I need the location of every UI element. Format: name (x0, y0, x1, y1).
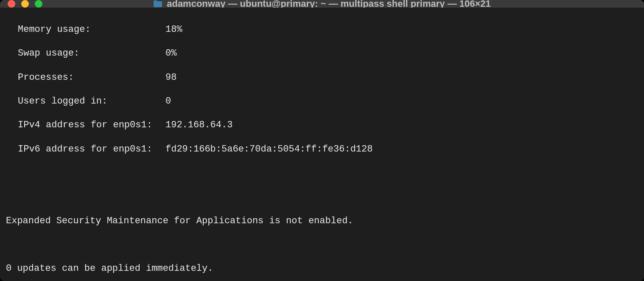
blank-line (6, 167, 638, 179)
stat-ipv4: IPv4 address for enp0s1:192.168.64.3 (6, 119, 638, 131)
folder-icon (153, 0, 162, 8)
titlebar: adamconway — ubuntu@primary: ~ — multipa… (0, 0, 644, 8)
fullscreen-button[interactable] (35, 0, 42, 8)
minimize-button[interactable] (21, 0, 29, 8)
msg-updates-immediate: 0 updates can be applied immediately. (6, 263, 638, 275)
close-button[interactable] (8, 0, 15, 8)
terminal-output[interactable]: Memory usage:18% Swap usage:0% Processes… (0, 8, 644, 281)
blank-line (6, 239, 638, 251)
blank-line (6, 191, 638, 203)
msg-esm-not-enabled: Expanded Security Maintenance for Applic… (6, 215, 638, 227)
stat-ipv6: IPv6 address for enp0s1:fd29:166b:5a6e:7… (6, 143, 638, 155)
terminal-window: adamconway — ubuntu@primary: ~ — multipa… (0, 0, 644, 281)
traffic-lights (8, 0, 42, 8)
stat-processes: Processes:98 (6, 72, 638, 84)
stat-memory: Memory usage:18% (6, 24, 638, 36)
stat-swap: Swap usage:0% (6, 48, 638, 59)
stat-users: Users logged in:0 (6, 96, 638, 107)
